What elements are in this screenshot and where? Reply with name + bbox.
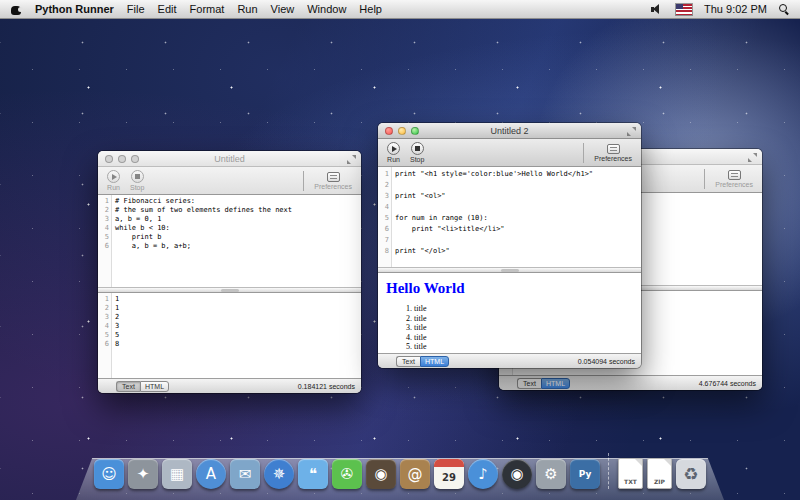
dock-icon-glyph: 29 (442, 473, 456, 483)
output-mode-segmented-control: Text HTML (116, 381, 169, 392)
preferences-button[interactable]: Preferences (314, 172, 352, 190)
address-book-icon[interactable]: @ (400, 459, 430, 489)
facetime-icon[interactable]: ✇ (332, 459, 362, 489)
text-mode-button[interactable]: Text (396, 356, 420, 367)
dock-icon-glyph: ✇ (341, 467, 354, 482)
input-language-flag-icon[interactable] (676, 4, 692, 15)
fullscreen-icon[interactable] (347, 155, 356, 164)
ical-icon[interactable]: 29 (434, 459, 464, 489)
mission-control-icon[interactable]: ▦ (162, 459, 192, 489)
menu-bar-left: Python Runner FileEditFormatRunViewWindo… (10, 3, 382, 16)
play-icon (107, 170, 120, 183)
mail-icon[interactable]: ✉ (230, 459, 260, 489)
code-editor[interactable]: print "<h1 style='color:blue'>Hello Worl… (392, 167, 641, 267)
itunes-icon[interactable]: ♪ (468, 459, 498, 489)
close-button[interactable] (105, 155, 113, 163)
close-button[interactable] (385, 127, 393, 135)
trash-icon[interactable]: ♻ (676, 459, 706, 489)
title-bar[interactable]: Untitled (98, 151, 361, 167)
preferences-icon (607, 144, 620, 154)
txt-document-icon[interactable]: TXT (618, 458, 643, 489)
volume-icon[interactable] (651, 4, 664, 15)
run-button[interactable]: Run (387, 142, 400, 163)
menu-item[interactable]: Format (190, 3, 225, 15)
pane-splitter[interactable] (378, 267, 641, 273)
window-controls (105, 155, 139, 163)
toolbar: Run Stop Preferences (98, 167, 361, 195)
finder-icon[interactable]: ☺ (94, 459, 124, 489)
dock-icon-glyph: @ (408, 467, 423, 482)
code-editor[interactable]: # Fibonacci series: # the sum of two ele… (112, 195, 361, 287)
status-bar: Text HTML 0.184121 seconds (98, 378, 361, 393)
menu-bar-status: Thu 9:02 PM (651, 3, 790, 15)
app-store-icon[interactable]: A (196, 459, 226, 489)
dock-icons: ☺ ✦ ▦ A ✉ ✵ ❝ ✇ ◉ @ 29 ♪ (92, 453, 708, 489)
spotlight-search-icon[interactable] (779, 4, 790, 15)
dock-icon-glyph: ZIP (654, 479, 665, 485)
zip-document-icon[interactable]: ZIP (647, 458, 672, 489)
menu-item[interactable]: Edit (158, 3, 177, 15)
zoom-button[interactable] (411, 127, 419, 135)
dock-icon-glyph: ✦ (137, 467, 150, 482)
toolbar-separator (704, 169, 705, 189)
launchpad-icon[interactable]: ✦ (128, 459, 158, 489)
dock-separator (608, 453, 610, 489)
menu-item[interactable]: Help (359, 3, 382, 15)
fullscreen-icon[interactable] (627, 127, 636, 136)
apple-logo-icon[interactable] (10, 3, 22, 16)
dock-icon-glyph: ♪ (478, 467, 488, 482)
dock-icon-glyph: ◉ (374, 467, 387, 482)
pane-splitter[interactable] (98, 287, 361, 293)
preferences-icon (327, 172, 340, 182)
menu-bar-clock[interactable]: Thu 9:02 PM (704, 3, 767, 15)
toolbar: Run Stop Preferences (378, 139, 641, 167)
fullscreen-icon[interactable] (748, 153, 757, 162)
dock-icon-glyph: ☺ (101, 467, 117, 482)
python-runner-icon[interactable]: Py (570, 459, 600, 489)
stop-button[interactable]: Stop (130, 170, 144, 191)
html-mode-button[interactable]: HTML (541, 378, 570, 389)
minimize-button[interactable] (398, 127, 406, 135)
stop-icon (131, 170, 144, 183)
menu-bar: Python Runner FileEditFormatRunViewWindo… (0, 0, 800, 19)
dvd-player-icon[interactable]: ◉ (502, 459, 532, 489)
toolbar-separator (303, 171, 304, 191)
system-preferences-icon[interactable]: ⚙ (536, 459, 566, 489)
html-mode-button[interactable]: HTML (420, 356, 449, 367)
preferences-button[interactable]: Preferences (715, 170, 753, 188)
menu-item[interactable]: File (127, 3, 145, 15)
menu-item[interactable]: View (271, 3, 295, 15)
html-list-item: title (414, 342, 635, 352)
dock-icon-glyph: ✵ (273, 467, 286, 482)
menu-item[interactable]: Window (307, 3, 346, 15)
html-list-item: title (414, 323, 635, 333)
ichat-icon[interactable]: ❝ (298, 459, 328, 489)
status-bar: Text HTML 4.676744 seconds (499, 375, 762, 390)
menu-item[interactable]: Run (237, 3, 257, 15)
preferences-icon (728, 170, 741, 180)
zoom-button[interactable] (131, 155, 139, 163)
preferences-label: Preferences (594, 155, 632, 162)
play-icon (387, 142, 400, 155)
html-list-item: title (414, 314, 635, 324)
minimize-button[interactable] (118, 155, 126, 163)
dock-icon-glyph: A (206, 467, 216, 482)
text-mode-button[interactable]: Text (517, 378, 541, 389)
app-menu[interactable]: Python Runner (35, 3, 114, 15)
title-bar[interactable]: Untitled 2 (378, 123, 641, 139)
html-list-item: title (414, 333, 635, 343)
execution-time: 0.054094 seconds (578, 358, 635, 365)
stop-button[interactable]: Stop (410, 142, 424, 163)
code-pane: 1 2 3 4 5 6 7 8 print "<h1 style='color:… (378, 167, 641, 267)
window-title: Untitled 2 (490, 126, 528, 136)
safari-icon[interactable]: ✵ (264, 459, 294, 489)
html-mode-button[interactable]: HTML (140, 381, 169, 392)
dock-icon-glyph: Py (579, 470, 592, 479)
preferences-button[interactable]: Preferences (594, 144, 632, 162)
text-mode-button[interactable]: Text (116, 381, 140, 392)
run-button[interactable]: Run (107, 170, 120, 191)
output-line-number-gutter: 1 2 3 4 5 6 (98, 293, 112, 378)
photo-booth-icon[interactable]: ◉ (366, 459, 396, 489)
run-label: Run (107, 184, 120, 191)
output-mode-segmented-control: Text HTML (396, 356, 449, 367)
